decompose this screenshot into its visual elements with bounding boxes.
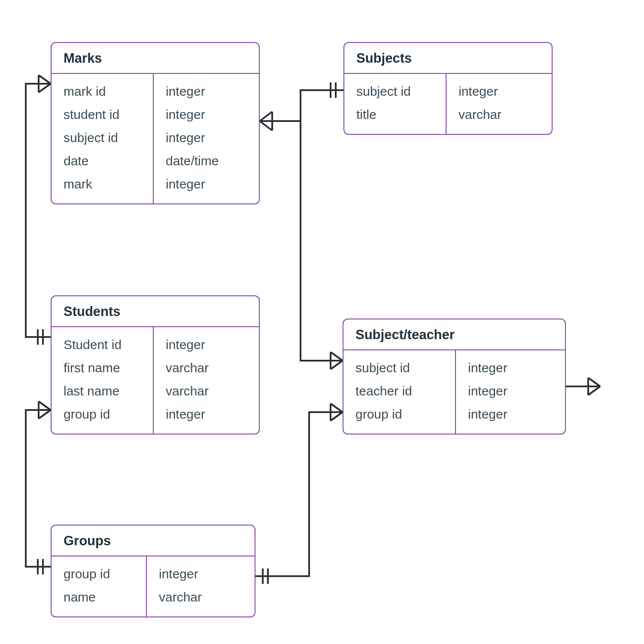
entity-title: Marks <box>52 43 259 74</box>
svg-line-1 <box>260 121 272 131</box>
entity-title: Students <box>52 296 259 327</box>
field-type: integer <box>154 333 259 356</box>
field-type: integer <box>447 80 552 103</box>
field-name: subject id <box>343 356 455 380</box>
svg-line-14 <box>39 410 51 419</box>
entity-groups: Groups group id name integer varchar <box>51 525 255 617</box>
entity-title: Groups <box>52 526 255 556</box>
entity-subject-teacher: Subject/teacher subject id teacher id gr… <box>343 319 566 434</box>
field-name: subject id <box>344 80 446 103</box>
svg-line-9 <box>39 84 51 92</box>
svg-line-13 <box>39 401 51 410</box>
field-type: varchar <box>147 586 255 609</box>
field-type: integer <box>456 356 565 380</box>
field-name: mark <box>52 173 153 196</box>
field-type: integer <box>154 403 259 426</box>
svg-line-0 <box>260 112 272 121</box>
svg-line-23 <box>588 378 600 386</box>
field-name: group id <box>52 562 146 586</box>
svg-line-8 <box>39 75 51 84</box>
field-name: student id <box>52 103 153 126</box>
entity-students: Students Student id first name last name… <box>51 295 260 434</box>
entity-title: Subject/teacher <box>343 319 565 350</box>
field-type: integer <box>154 126 259 149</box>
field-type: integer <box>456 403 565 426</box>
field-name: name <box>52 586 146 609</box>
entity-subjects: Subjects subject id title integer varcha… <box>343 42 553 135</box>
entity-title: Subjects <box>344 43 552 74</box>
field-type: varchar <box>154 356 259 380</box>
field-type: date/time <box>154 149 259 173</box>
svg-line-20 <box>331 404 343 412</box>
field-name: teacher id <box>343 380 455 403</box>
field-type: integer <box>154 103 259 126</box>
field-name: subject id <box>52 126 153 149</box>
field-name: title <box>344 103 446 126</box>
field-name: date <box>52 149 153 173</box>
svg-line-21 <box>331 412 343 421</box>
entity-marks: Marks mark id student id subject id date… <box>51 42 260 204</box>
field-name: last name <box>52 380 153 403</box>
field-type: integer <box>154 173 259 196</box>
field-name: Student id <box>52 333 153 356</box>
field-name: group id <box>52 403 153 426</box>
svg-line-6 <box>331 361 343 369</box>
svg-line-24 <box>588 386 600 395</box>
field-name: group id <box>343 403 455 426</box>
field-type: varchar <box>154 380 259 403</box>
field-type: varchar <box>447 103 552 126</box>
field-type: integer <box>147 562 255 586</box>
svg-line-5 <box>331 352 343 361</box>
field-name: first name <box>52 356 153 380</box>
field-type: integer <box>456 380 565 403</box>
field-type: integer <box>154 80 259 103</box>
field-name: mark id <box>52 80 153 103</box>
